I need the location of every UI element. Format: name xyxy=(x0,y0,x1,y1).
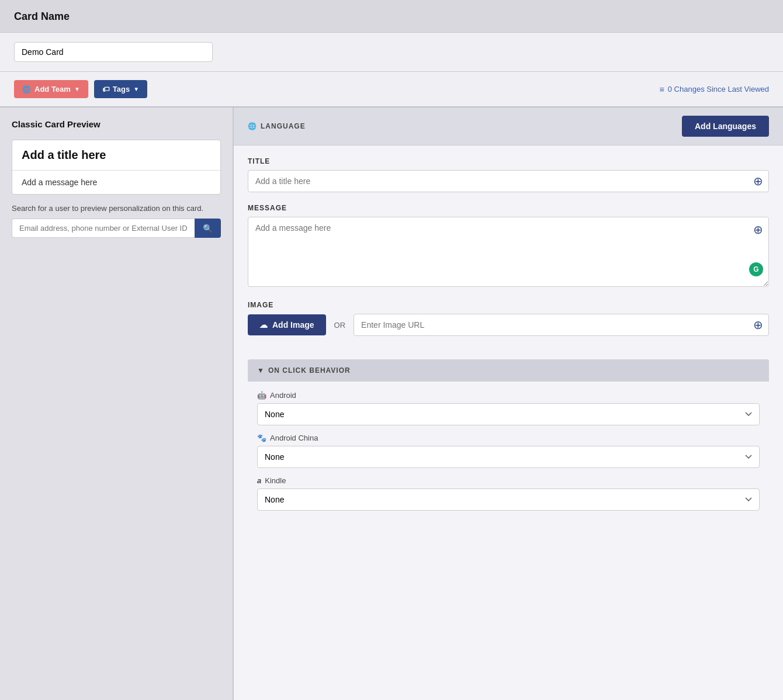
android-china-select[interactable]: None xyxy=(257,446,760,468)
form-section: TITLE ⊕ MESSAGE ⊕ G IMAGE xyxy=(234,145,783,359)
toolbar-left: Add Team ▼ Tags ▼ xyxy=(14,80,147,98)
android-label: Android xyxy=(257,391,760,400)
changes-label: 0 Changes Since Last Viewed xyxy=(668,85,769,93)
add-languages-button[interactable]: Add Languages xyxy=(682,116,769,137)
platform-row-android: Android None xyxy=(257,391,760,425)
paw-icon xyxy=(257,434,266,442)
on-click-behavior-section: ▼ ON CLICK BEHAVIOR Android None xyxy=(248,359,769,528)
message-add-icon[interactable]: ⊕ xyxy=(753,223,763,237)
user-search-input[interactable] xyxy=(12,219,195,238)
chevron-down-icon: ▼ xyxy=(74,86,80,92)
language-label: LANGUAGE xyxy=(248,122,306,130)
card-name-input[interactable] xyxy=(14,42,213,62)
or-text: OR xyxy=(334,321,346,330)
left-panel: Classic Card Preview Add a title here Ad… xyxy=(0,108,234,700)
right-panel: LANGUAGE Add Languages TITLE ⊕ MESSAGE ⊕ xyxy=(234,108,783,700)
android-icon xyxy=(257,391,266,400)
chevron-down-icon-tags: ▼ xyxy=(133,86,139,92)
search-row: 🔍 xyxy=(12,219,221,238)
search-icon: 🔍 xyxy=(203,224,213,233)
personalization-label: Search for a user to preview personaliza… xyxy=(12,204,221,213)
title-add-icon[interactable]: ⊕ xyxy=(753,174,763,188)
message-textarea-wrapper: ⊕ G xyxy=(248,217,769,289)
tags-label: Tags xyxy=(113,85,130,93)
grammarly-icon: G xyxy=(749,262,763,276)
title-label: TITLE xyxy=(248,157,769,165)
classic-card-preview-title: Classic Card Preview xyxy=(12,119,221,129)
image-field-group: IMAGE ☁ Add Image OR ⊕ xyxy=(248,301,769,336)
card-preview-box: Add a title here Add a message here xyxy=(12,140,221,195)
message-label: MESSAGE xyxy=(248,204,769,212)
message-textarea[interactable] xyxy=(248,217,769,287)
triangle-icon: ▼ xyxy=(257,366,265,375)
on-click-header-label: ON CLICK BEHAVIOR xyxy=(268,366,351,375)
title-input[interactable] xyxy=(248,170,769,192)
tags-button[interactable]: Tags ▼ xyxy=(94,80,147,98)
toolbar-section: Add Team ▼ Tags ▼ 0 Changes Since Last V… xyxy=(0,72,783,108)
cloud-upload-icon: ☁ xyxy=(259,320,268,330)
search-button[interactable]: 🔍 xyxy=(195,219,221,238)
on-click-body: Android None Android China None xyxy=(248,382,769,528)
add-team-label: Add Team xyxy=(34,85,71,93)
android-select[interactable]: None xyxy=(257,403,760,425)
title-field-group: TITLE ⊕ xyxy=(248,157,769,192)
kindle-icon xyxy=(257,476,261,485)
card-preview-message: Add a message here xyxy=(12,171,220,194)
tag-icon xyxy=(102,85,109,93)
image-url-add-icon[interactable]: ⊕ xyxy=(753,318,763,332)
changes-link[interactable]: 0 Changes Since Last Viewed xyxy=(660,85,769,94)
card-name-section xyxy=(0,33,783,72)
title-input-row: ⊕ xyxy=(248,170,769,192)
add-team-button[interactable]: Add Team ▼ xyxy=(14,80,88,98)
platform-row-android-china: Android China None xyxy=(257,434,760,468)
add-image-label: Add Image xyxy=(272,320,314,330)
list-icon xyxy=(660,85,664,94)
message-field-group: MESSAGE ⊕ G xyxy=(248,204,769,289)
image-label: IMAGE xyxy=(248,301,769,309)
kindle-label: Kindle xyxy=(257,476,760,485)
kindle-select[interactable]: None xyxy=(257,488,760,511)
image-url-input[interactable] xyxy=(354,314,769,336)
top-bar: Card Name xyxy=(0,0,783,33)
page-title: Card Name xyxy=(14,11,769,23)
platform-row-kindle: Kindle None xyxy=(257,476,760,511)
globe-icon xyxy=(22,85,31,93)
image-controls: ☁ Add Image OR ⊕ xyxy=(248,314,769,336)
image-url-input-wrapper: ⊕ xyxy=(354,314,769,336)
language-header: LANGUAGE Add Languages xyxy=(234,108,783,145)
android-china-label: Android China xyxy=(257,434,760,442)
card-preview-title: Add a title here xyxy=(12,140,220,171)
add-image-button[interactable]: ☁ Add Image xyxy=(248,314,326,335)
language-globe-icon xyxy=(248,122,257,130)
main-content: Classic Card Preview Add a title here Ad… xyxy=(0,108,783,700)
on-click-header[interactable]: ▼ ON CLICK BEHAVIOR xyxy=(248,359,769,382)
